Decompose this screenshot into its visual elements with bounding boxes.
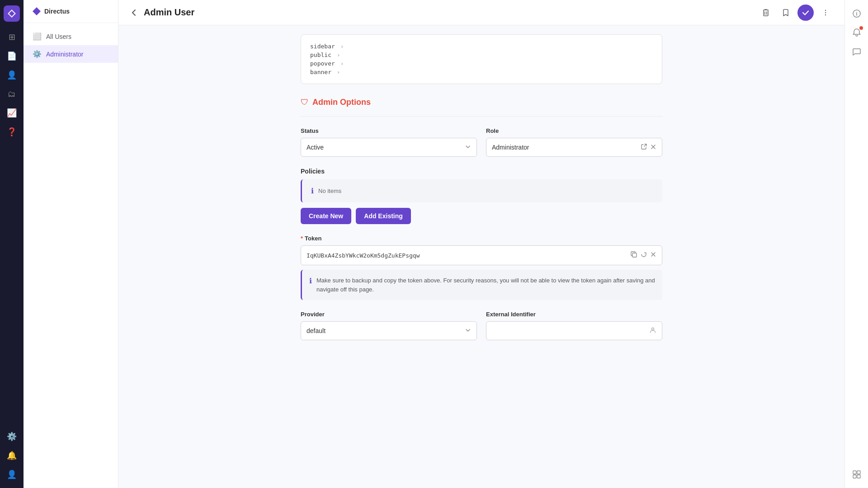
token-required-mark: * xyxy=(301,235,303,242)
section-divider xyxy=(301,116,662,117)
role-actions xyxy=(641,143,656,151)
svg-point-6 xyxy=(825,14,826,15)
role-input: Administrator xyxy=(486,138,662,157)
status-role-row: Status Active Role Administrator xyxy=(301,127,662,157)
svg-rect-12 xyxy=(853,475,856,478)
bookmark-button[interactable] xyxy=(778,5,794,21)
create-new-button[interactable]: Create New xyxy=(301,208,351,224)
nav-icon-insights[interactable]: 📈 xyxy=(4,105,20,121)
provider-select[interactable]: default xyxy=(301,321,477,340)
page-title: Admin User xyxy=(144,7,752,18)
status-group: Status Active xyxy=(301,127,477,157)
sidebar-item-administrator[interactable]: ⚙️ Administrator xyxy=(24,45,118,63)
external-identifier-group: External Identifier xyxy=(486,311,662,340)
nav-icon-settings[interactable]: ⚙️ xyxy=(4,428,20,445)
nav-icon-home[interactable]: ⊞ xyxy=(4,29,20,45)
status-select[interactable]: Active xyxy=(301,138,477,157)
nav-icon-help[interactable]: ❓ xyxy=(4,124,20,140)
external-identifier-input[interactable] xyxy=(486,321,662,340)
svg-point-4 xyxy=(825,9,826,10)
nav-icon-files[interactable]: 🗂 xyxy=(4,86,20,102)
shield-icon: 🛡 xyxy=(301,98,309,107)
nav-icon-profile[interactable]: 👤 xyxy=(4,466,20,483)
delete-button[interactable] xyxy=(758,5,774,21)
policies-label: Policies xyxy=(301,168,662,175)
role-external-link-icon[interactable] xyxy=(641,143,647,151)
token-warning-icon: ℹ xyxy=(309,277,312,285)
policies-no-items: No items xyxy=(318,188,341,194)
token-label-text: Token xyxy=(305,235,321,242)
policies-info-icon: ℹ xyxy=(311,187,314,195)
sidebar-header: Directus xyxy=(24,0,118,23)
policies-empty-state: ℹ No items xyxy=(301,179,662,202)
status-value: Active xyxy=(307,144,465,151)
token-warning-text: Make sure to backup and copy the token a… xyxy=(316,276,655,294)
sidebar: Directus ⬜ All Users ⚙️ Administrator xyxy=(24,0,118,488)
topbar: Admin User xyxy=(118,0,844,25)
toolbar-actions xyxy=(758,5,834,21)
token-clear-icon[interactable] xyxy=(650,251,656,259)
code-line-popover[interactable]: popover › xyxy=(310,59,653,68)
sidebar-brand: Directus xyxy=(44,8,70,15)
policies-actions: Create New Add Existing xyxy=(301,208,662,224)
token-copy-icon[interactable] xyxy=(630,251,637,260)
svg-rect-10 xyxy=(853,471,856,474)
role-clear-icon[interactable] xyxy=(650,144,656,151)
right-panel-chat-icon[interactable] xyxy=(849,43,865,60)
role-label: Role xyxy=(486,127,662,134)
main-content: Admin User xyxy=(118,0,844,488)
admin-options-title: Admin Options xyxy=(312,98,371,107)
token-warning: ℹ Make sure to backup and copy the token… xyxy=(301,270,662,300)
token-label: *Token xyxy=(301,235,662,242)
icon-bar: ⊞ 📄 👤 🗂 📈 ❓ ⚙️ 🔔 👤 xyxy=(0,0,24,488)
external-identifier-user-icon xyxy=(649,326,656,335)
sidebar-item-label-all-users: All Users xyxy=(46,33,71,40)
more-button[interactable] xyxy=(817,5,834,21)
status-chevron-icon xyxy=(465,144,471,151)
svg-rect-13 xyxy=(857,475,860,478)
token-value: IqKUBxA4ZsbYWkcW2oKm5dgZukEPsgqw xyxy=(307,252,630,259)
token-refresh-icon[interactable] xyxy=(640,251,647,260)
token-actions xyxy=(630,251,656,260)
notification-badge xyxy=(859,26,863,30)
svg-rect-7 xyxy=(632,253,637,257)
provider-external-row: Provider default External Identifier xyxy=(301,311,662,340)
form-container: sidebar › public › popover › banner › 🛡 … xyxy=(287,25,676,358)
directus-diamond-icon xyxy=(33,7,41,15)
external-identifier-label: External Identifier xyxy=(486,311,662,318)
nav-icon-content[interactable]: 📄 xyxy=(4,48,20,64)
status-label: Status xyxy=(301,127,477,134)
content-area: sidebar › public › popover › banner › 🛡 … xyxy=(118,25,844,488)
right-panel-table-icon[interactable] xyxy=(849,466,865,483)
code-line-banner[interactable]: banner › xyxy=(310,68,653,76)
sidebar-item-all-users[interactable]: ⬜ All Users xyxy=(24,28,118,45)
role-value: Administrator xyxy=(492,144,641,151)
token-input-wrapper: IqKUBxA4ZsbYWkcW2oKm5dgZukEPsgqw xyxy=(301,245,662,265)
add-existing-button[interactable]: Add Existing xyxy=(356,208,411,224)
admin-options-header: 🛡 Admin Options xyxy=(301,98,662,107)
nav-icon-users[interactable]: 👤 xyxy=(4,67,20,83)
save-button[interactable] xyxy=(797,5,814,21)
code-line-sidebar[interactable]: sidebar › xyxy=(310,42,653,51)
provider-value: default xyxy=(307,327,465,334)
app-logo[interactable] xyxy=(4,5,20,22)
token-section: *Token IqKUBxA4ZsbYWkcW2oKm5dgZukEPsgqw xyxy=(301,235,662,300)
provider-group: Provider default xyxy=(301,311,477,340)
code-block: sidebar › public › popover › banner › xyxy=(301,34,662,84)
back-button[interactable] xyxy=(129,8,138,17)
nav-icon-notifications[interactable]: 🔔 xyxy=(4,447,20,464)
right-panel-notifications-icon[interactable] xyxy=(849,24,865,41)
svg-point-8 xyxy=(652,328,654,330)
sidebar-item-label-administrator: Administrator xyxy=(46,51,83,58)
right-panel-info-icon[interactable] xyxy=(849,5,865,22)
sidebar-nav: ⬜ All Users ⚙️ Administrator xyxy=(24,23,118,488)
right-panel xyxy=(844,0,868,488)
all-users-icon: ⬜ xyxy=(33,32,42,41)
policies-section: Policies ℹ No items Create New Add Exist… xyxy=(301,168,662,224)
provider-chevron-icon xyxy=(465,327,471,335)
svg-point-5 xyxy=(825,12,826,13)
code-line-public[interactable]: public › xyxy=(310,51,653,59)
administrator-icon: ⚙️ xyxy=(33,50,42,58)
role-group: Role Administrator xyxy=(486,127,662,157)
provider-label: Provider xyxy=(301,311,477,318)
